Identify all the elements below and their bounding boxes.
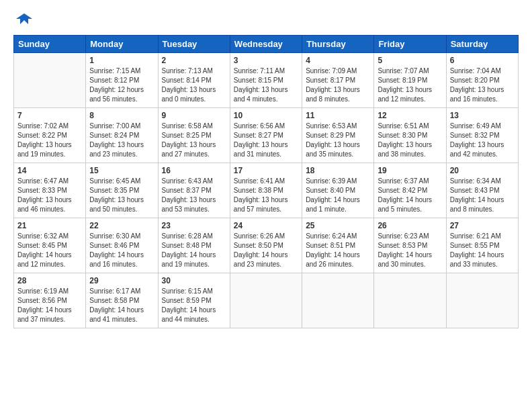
sunrise-text: Sunrise: 6:49 AM — [450, 122, 501, 130]
calendar-cell: 20Sunrise: 6:34 AMSunset: 8:43 PMDayligh… — [446, 163, 518, 218]
sunset-text: Sunset: 8:46 PM — [89, 242, 139, 249]
sunset-text: Sunset: 8:27 PM — [234, 132, 283, 139]
day-header-saturday: Saturday — [446, 36, 518, 53]
cell-details: Sunrise: 7:15 AMSunset: 8:12 PMDaylight:… — [89, 66, 154, 104]
daylight-text: and 41 minutes. — [89, 316, 137, 323]
calendar-cell: 28Sunrise: 6:19 AMSunset: 8:56 PMDayligh… — [14, 273, 86, 328]
day-number: 16 — [162, 166, 226, 175]
cell-details: Sunrise: 6:23 AMSunset: 8:53 PMDaylight:… — [378, 232, 442, 269]
calendar-cell: 10Sunrise: 6:56 AMSunset: 8:27 PMDayligh… — [230, 108, 302, 163]
day-number: 29 — [89, 276, 154, 285]
cell-details: Sunrise: 7:02 AMSunset: 8:22 PMDaylight:… — [17, 122, 82, 159]
cell-details: Sunrise: 7:13 AMSunset: 8:14 PMDaylight:… — [162, 66, 226, 104]
calendar-cell: 12Sunrise: 6:51 AMSunset: 8:30 PMDayligh… — [374, 108, 446, 163]
calendar-week-1: 1Sunrise: 7:15 AMSunset: 8:12 PMDaylight… — [14, 53, 519, 108]
cell-details: Sunrise: 6:17 AMSunset: 8:58 PMDaylight:… — [89, 287, 154, 324]
cell-details: Sunrise: 6:32 AMSunset: 8:45 PMDaylight:… — [17, 232, 82, 269]
daylight-text: Daylight: 14 hours — [162, 251, 216, 259]
calendar-week-2: 7Sunrise: 7:02 AMSunset: 8:22 PMDaylight… — [14, 108, 519, 163]
sunset-text: Sunset: 8:12 PM — [89, 77, 139, 84]
day-number: 12 — [378, 111, 442, 120]
sunset-text: Sunset: 8:24 PM — [89, 132, 139, 139]
sunrise-text: Sunrise: 6:56 AM — [234, 122, 285, 130]
daylight-text: and 19 minutes. — [17, 150, 65, 158]
day-number: 15 — [89, 166, 154, 175]
daylight-text: Daylight: 13 hours — [306, 141, 360, 148]
daylight-text: and 8 minutes. — [450, 205, 494, 213]
cell-details: Sunrise: 6:53 AMSunset: 8:29 PMDaylight:… — [306, 122, 370, 159]
cell-details: Sunrise: 6:19 AMSunset: 8:56 PMDaylight:… — [17, 287, 82, 324]
daylight-text: Daylight: 13 hours — [89, 141, 144, 148]
sunrise-text: Sunrise: 6:28 AM — [162, 232, 213, 240]
daylight-text: Daylight: 13 hours — [162, 86, 216, 93]
daylight-text: Daylight: 14 hours — [89, 306, 144, 314]
cell-details: Sunrise: 7:09 AMSunset: 8:17 PMDaylight:… — [306, 66, 370, 104]
sunrise-text: Sunrise: 7:15 AM — [89, 67, 140, 75]
calendar-cell: 7Sunrise: 7:02 AMSunset: 8:22 PMDaylight… — [14, 108, 86, 163]
calendar-cell: 26Sunrise: 6:23 AMSunset: 8:53 PMDayligh… — [374, 218, 446, 273]
daylight-text: and 26 minutes. — [306, 261, 353, 268]
cell-details: Sunrise: 7:00 AMSunset: 8:24 PMDaylight:… — [89, 122, 154, 159]
cell-details: Sunrise: 6:45 AMSunset: 8:35 PMDaylight:… — [89, 177, 154, 214]
daylight-text: Daylight: 13 hours — [17, 196, 72, 203]
daylight-text: and 23 minutes. — [234, 261, 281, 268]
daylight-text: and 19 minutes. — [162, 261, 210, 268]
day-number: 24 — [234, 221, 298, 230]
calendar-cell: 4Sunrise: 7:09 AMSunset: 8:17 PMDaylight… — [302, 53, 374, 108]
calendar-cell: 14Sunrise: 6:47 AMSunset: 8:33 PMDayligh… — [14, 163, 86, 218]
day-number: 7 — [17, 111, 82, 120]
daylight-text: and 1 minute. — [306, 205, 347, 213]
daylight-text: Daylight: 13 hours — [450, 86, 504, 93]
sunrise-text: Sunrise: 7:04 AM — [450, 67, 501, 75]
daylight-text: and 50 minutes. — [89, 205, 137, 213]
day-header-friday: Friday — [374, 36, 446, 53]
day-header-wednesday: Wednesday — [230, 36, 302, 53]
calendar-cell: 15Sunrise: 6:45 AMSunset: 8:35 PMDayligh… — [86, 163, 158, 218]
sunset-text: Sunset: 8:43 PM — [450, 187, 500, 194]
sunrise-text: Sunrise: 7:09 AM — [306, 67, 357, 75]
day-number: 14 — [17, 166, 82, 175]
day-number: 9 — [162, 111, 226, 120]
svg-marker-0 — [16, 13, 32, 24]
daylight-text: and 56 minutes. — [89, 95, 137, 103]
sunrise-text: Sunrise: 7:02 AM — [17, 122, 69, 130]
calendar-cell: 5Sunrise: 7:07 AMSunset: 8:19 PMDaylight… — [374, 53, 446, 108]
sunrise-text: Sunrise: 6:24 AM — [306, 232, 357, 240]
daylight-text: and 0 minutes. — [162, 95, 206, 103]
daylight-text: Daylight: 13 hours — [17, 141, 72, 148]
page: SundayMondayTuesdayWednesdayThursdayFrid… — [0, 0, 532, 411]
daylight-text: and 23 minutes. — [89, 150, 137, 158]
day-number: 11 — [306, 111, 370, 120]
calendar-cell: 21Sunrise: 6:32 AMSunset: 8:45 PMDayligh… — [14, 218, 86, 273]
cell-details: Sunrise: 6:39 AMSunset: 8:40 PMDaylight:… — [306, 177, 370, 214]
sunset-text: Sunset: 8:56 PM — [17, 297, 67, 304]
cell-details: Sunrise: 6:41 AMSunset: 8:38 PMDaylight:… — [234, 177, 298, 214]
daylight-text: and 8 minutes. — [306, 95, 350, 103]
calendar-cell: 6Sunrise: 7:04 AMSunset: 8:20 PMDaylight… — [446, 53, 518, 108]
day-number: 21 — [17, 221, 82, 230]
daylight-text: Daylight: 12 hours — [89, 86, 144, 93]
calendar-cell: 22Sunrise: 6:30 AMSunset: 8:46 PMDayligh… — [86, 218, 158, 273]
calendar-cell — [14, 53, 86, 108]
cell-details: Sunrise: 6:28 AMSunset: 8:48 PMDaylight:… — [162, 232, 226, 269]
sunrise-text: Sunrise: 6:17 AM — [89, 287, 140, 295]
day-number: 5 — [378, 56, 442, 65]
daylight-text: and 33 minutes. — [450, 261, 498, 268]
calendar-cell: 3Sunrise: 7:11 AMSunset: 8:15 PMDaylight… — [230, 53, 302, 108]
sunset-text: Sunset: 8:38 PM — [234, 187, 283, 194]
daylight-text: Daylight: 14 hours — [378, 196, 432, 203]
daylight-text: Daylight: 13 hours — [306, 86, 360, 93]
sunset-text: Sunset: 8:32 PM — [450, 132, 500, 139]
calendar-cell: 18Sunrise: 6:39 AMSunset: 8:40 PMDayligh… — [302, 163, 374, 218]
day-header-thursday: Thursday — [302, 36, 374, 53]
sunset-text: Sunset: 8:22 PM — [17, 132, 67, 139]
daylight-text: Daylight: 14 hours — [306, 196, 360, 203]
day-number: 19 — [378, 166, 442, 175]
sunset-text: Sunset: 8:40 PM — [306, 187, 355, 194]
sunrise-text: Sunrise: 6:53 AM — [306, 122, 357, 130]
logo — [13, 11, 34, 28]
calendar-cell: 24Sunrise: 6:26 AMSunset: 8:50 PMDayligh… — [230, 218, 302, 273]
sunset-text: Sunset: 8:53 PM — [378, 242, 427, 249]
sunrise-text: Sunrise: 7:11 AM — [234, 67, 285, 75]
daylight-text: and 42 minutes. — [450, 150, 498, 158]
